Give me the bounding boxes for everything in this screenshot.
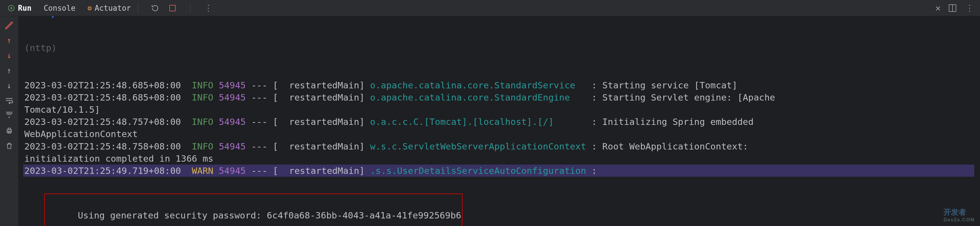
edit-button[interactable] (4, 20, 14, 30)
log-level: WARN (192, 165, 213, 176)
scroll-end-icon: ▾ (6, 112, 13, 119)
prev-trace-button[interactable] (4, 35, 14, 45)
stop-icon (169, 5, 176, 11)
log-message: : (586, 165, 597, 176)
log-timestamp: 2023-03-02T21:25:48.685+08:00 (24, 92, 181, 103)
tab-console-label: Console (44, 4, 76, 13)
log-timestamp: 2023-03-02T21:25:48.685+08:00 (24, 80, 181, 90)
log-line: 2023-03-02T21:25:48.758+08:00 INFO 54945… (24, 140, 974, 152)
rerun-button[interactable] (150, 3, 160, 13)
log-thread: restartedMain] (289, 117, 370, 127)
log-thread: restartedMain] (289, 141, 370, 152)
log-thread: restartedMain] (289, 80, 370, 90)
log-rows: 2023-03-02T21:25:48.685+08:00 INFO 54945… (24, 79, 974, 177)
toolbar-divider (138, 4, 138, 12)
next-trace-button[interactable] (4, 50, 14, 60)
body-row: ▾ (nttp) 2023-03-02T21:25:48.685+08:00 I… (0, 16, 980, 226)
settings-button[interactable]: ⋮ (964, 3, 974, 13)
log-continuation: WebApplicationContext (24, 128, 974, 140)
log-pid: 54945 (219, 92, 246, 103)
layout-button[interactable] (949, 4, 956, 12)
svg-rect-2 (8, 128, 10, 130)
log-separator: --- [ (246, 92, 289, 103)
log-level: INFO (192, 117, 213, 127)
log-continuation: Tomcat/10.1.5] (24, 103, 974, 115)
log-pid: 54945 (219, 141, 246, 152)
up-button[interactable] (4, 66, 14, 75)
log-separator: --- [ (246, 165, 289, 176)
log-level: INFO (192, 80, 213, 90)
password-highlight-box: Using generated security password: 6c4f0… (44, 194, 463, 226)
log-separator: --- [ (246, 141, 289, 152)
clear-button[interactable] (4, 141, 14, 151)
tab-run[interactable]: Run (6, 3, 33, 14)
left-sidebar: ▾ (0, 16, 19, 226)
log-line: 2023-03-02T21:25:48.685+08:00 INFO 54945… (24, 91, 974, 103)
run-toolbar: Run Console ⚙ Actuator ⋮ ✕ ⋮ (0, 0, 980, 16)
more-dots-icon: ⋮ (204, 3, 212, 13)
log-timestamp: 2023-03-02T21:25:48.757+08:00 (24, 117, 181, 127)
log-separator: --- [ (246, 117, 289, 127)
run-icon (8, 4, 15, 12)
log-pid: 54945 (219, 165, 246, 176)
log-logger: .s.s.UserDetailsServiceAutoConfiguration (370, 165, 586, 176)
log-thread: restartedMain] (289, 165, 370, 176)
log-timestamp: 2023-03-02T21:25:48.758+08:00 (24, 141, 181, 152)
generated-password-line: Using generated security password: 6c4f0… (78, 210, 461, 221)
log-logger: o.apache.catalina.core.StandardEngine (370, 92, 586, 103)
actuator-icon: ⚙ (88, 4, 92, 12)
log-message: : Starting service [Tomcat] (586, 80, 737, 90)
scroll-to-end-button[interactable]: ▾ (4, 111, 14, 120)
more-button[interactable]: ⋮ (203, 3, 213, 13)
tab-group: Run Console ⚙ Actuator (6, 3, 132, 14)
stop-button[interactable] (167, 3, 177, 13)
log-message: : Initializing Spring embedded (586, 117, 754, 127)
log-pid: 54945 (219, 117, 246, 127)
tab-console[interactable]: Console (42, 3, 77, 14)
log-logger: o.apache.catalina.core.StandardService (370, 80, 586, 90)
toolbar-divider-2 (190, 4, 191, 12)
log-pid: 54945 (219, 80, 246, 90)
log-message: : Root WebApplicationContext: (586, 141, 748, 152)
soft-wrap-button[interactable] (4, 96, 14, 106)
log-timestamp: 2023-03-02T21:25:49.719+08:00 (24, 165, 181, 176)
log-logger: w.s.c.ServletWebServerApplicationContext (370, 141, 586, 152)
tab-run-label: Run (18, 4, 32, 13)
log-line: 2023-03-02T21:25:48.685+08:00 INFO 54945… (24, 79, 974, 91)
log-message: : Starting Servlet engine: [Apache (586, 92, 775, 103)
top-buttons: ⋮ (150, 3, 213, 13)
log-separator: --- [ (246, 80, 289, 90)
log-line: 2023-03-02T21:25:48.757+08:00 INFO 54945… (24, 115, 974, 128)
log-level: INFO (192, 141, 213, 152)
log-continuation: initialization completed in 1366 ms (24, 152, 974, 165)
tab-actuator-label: Actuator (95, 4, 131, 13)
print-button[interactable] (4, 126, 14, 136)
log-level: INFO (192, 92, 213, 103)
log-line: 2023-03-02T21:25:49.719+08:00 WARN 54945… (23, 165, 974, 177)
more-dots-icon-2: ⋮ (966, 3, 974, 13)
close-button[interactable]: ✕ (935, 3, 941, 13)
log-thread: restartedMain] (289, 92, 370, 103)
log-logger: o.a.c.c.C.[Tomcat].[localhost].[/] (370, 117, 586, 127)
toolbar-right: ✕ ⋮ (935, 3, 974, 13)
tab-actuator[interactable]: ⚙ Actuator (86, 3, 133, 14)
down-button[interactable] (4, 80, 14, 90)
console-output[interactable]: (nttp) 2023-03-02T21:25:48.685+08:00 INF… (19, 16, 980, 226)
partial-text-hint: (nttp) (24, 42, 974, 54)
